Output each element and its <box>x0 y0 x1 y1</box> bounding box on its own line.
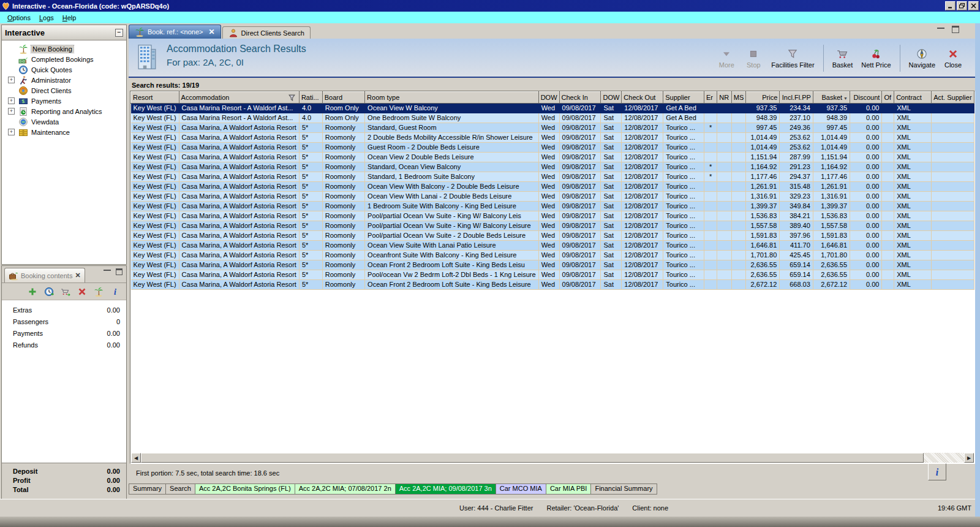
sidebar-item-maintenance[interactable]: +Maintenance <box>2 127 126 137</box>
sidebar-item-administrator[interactable]: +Administrator <box>2 75 126 85</box>
column-header-check-in[interactable]: Check In <box>559 92 601 104</box>
quick-quote-icon[interactable] <box>44 287 54 297</box>
status-bar: User: 444 - Charlie Fitter Retailer: 'Oc… <box>0 499 980 517</box>
column-header-board[interactable]: Board <box>322 92 364 104</box>
menu-item-logs[interactable]: Logs <box>36 13 59 22</box>
restore-button[interactable] <box>957 1 967 10</box>
scroll-left-icon[interactable]: ◀ <box>131 453 141 463</box>
column-header-price[interactable]: Price <box>746 92 780 104</box>
add-to-basket-icon[interactable] <box>61 287 70 297</box>
palm-tree-icon[interactable] <box>94 287 104 297</box>
horizontal-scrollbar[interactable]: ◀ ▶ <box>131 453 974 463</box>
table-row[interactable]: Key West (FL)Casa Marina, A Waldorf Asto… <box>131 123 974 133</box>
panel-minimize-icon[interactable] <box>937 26 944 29</box>
table-row[interactable]: Key West (FL)Casa Marina, A Waldorf Asto… <box>131 280 974 290</box>
sidebar-item-direct-clients[interactable]: Direct Clients <box>2 85 126 96</box>
column-header-dow[interactable]: DOW <box>538 92 559 104</box>
column-header-contract[interactable]: Contract <box>894 92 932 104</box>
sidebar-collapse-icon[interactable]: − <box>115 29 123 37</box>
sidebar-item-reporting-and-analytics[interactable]: +Reporting and Analytics <box>2 106 126 116</box>
button-label: Facilities Filter <box>771 61 814 69</box>
menu-item-options[interactable]: Options <box>4 13 36 22</box>
minimize-button[interactable] <box>945 1 956 10</box>
table-row[interactable]: Key West (FL)Casa Marina, A Waldorf Asto… <box>131 172 974 182</box>
column-header-incl-fl-pp[interactable]: Incl.Fl.PP <box>780 92 813 104</box>
bottom-tab-financial-summary[interactable]: Financial Summary <box>591 483 657 495</box>
table-row[interactable]: Key West (FL)Casa Marina, A Waldorf Asto… <box>131 221 974 231</box>
expand-icon[interactable]: + <box>8 77 15 83</box>
table-cell: 997.45 <box>813 123 850 133</box>
bottom-tab-summary[interactable]: Summary <box>129 483 166 495</box>
column-header-act-supplier[interactable]: Act. Supplier <box>932 92 974 104</box>
column-header-rati[interactable]: Rati... <box>299 92 322 104</box>
basket-button[interactable]: Basket <box>828 47 858 70</box>
column-header-basket[interactable]: Basket▼ <box>813 92 850 104</box>
panel-maximize-icon[interactable] <box>952 26 959 33</box>
table-row[interactable]: Key West (FL)Casa Marina, A Waldorf Asto… <box>131 143 974 153</box>
sidebar-item-viewdata[interactable]: Viewdata <box>2 116 126 127</box>
column-header-discount[interactable]: Discount <box>850 92 882 104</box>
column-header-dow[interactable]: DOW <box>601 92 622 104</box>
table-row[interactable]: Key West (FL)Casa Marina, A Waldorf Asto… <box>131 251 974 260</box>
table-row[interactable]: Key West (FL)Casa Marina, A Waldorf Asto… <box>131 231 974 241</box>
bottom-tab-search[interactable]: Search <box>166 483 195 495</box>
column-header-accommodation[interactable]: Accommodation <box>179 92 299 104</box>
table-cell: 12/08/2017 <box>622 123 663 133</box>
table-row[interactable]: Key West (FL)Casa Marina, A Waldorf Asto… <box>131 153 974 162</box>
navigate-button[interactable]: Navigate <box>905 47 940 70</box>
booking-contents-tab[interactable]: Booking contents ✕ <box>4 268 85 282</box>
bottom-tab-car-mia-pbi[interactable]: Car MIA PBI <box>546 483 592 495</box>
scrollbar-thumb[interactable] <box>141 453 924 463</box>
panel-maximize-icon[interactable] <box>116 268 123 275</box>
sidebar-item-quick-quotes[interactable]: Quick Quotes <box>2 64 126 75</box>
table-row[interactable]: Key West (FL)Casa Marina, A Waldorf Asto… <box>131 211 974 221</box>
table-row[interactable]: Key West (FL)Casa Marina, A Waldorf Asto… <box>131 182 974 192</box>
tab-direct-clients-search[interactable]: Direct Clients Search <box>222 26 311 39</box>
column-header-room-type[interactable]: Room type <box>365 92 539 104</box>
column-header-resort[interactable]: Resort <box>131 92 179 104</box>
bottom-tab-acc-2a-2c-mia-09-08-2017-3n[interactable]: Acc 2A,2C MIA; 09/08/2017 3n <box>396 483 496 495</box>
column-header-check-out[interactable]: Check Out <box>622 92 663 104</box>
add-icon[interactable] <box>28 287 37 297</box>
table-cell: Tourico ... <box>663 123 704 133</box>
expand-icon[interactable]: + <box>8 108 15 115</box>
sidebar-item-completed-bookings[interactable]: Completed Bookings <box>2 54 126 64</box>
info-button[interactable]: i <box>928 463 946 480</box>
table-row[interactable]: Key West (FL)Casa Marina, A Waldorf Asto… <box>131 260 974 270</box>
column-header-nr[interactable]: NR <box>717 92 731 104</box>
close-tab-icon[interactable]: ✕ <box>209 28 215 36</box>
panel-minimize-icon[interactable] <box>104 268 111 271</box>
table-cell: 12/08/2017 <box>622 231 663 241</box>
table-cell: 2,636.55 <box>813 260 850 270</box>
table-row[interactable]: Key West (FL)Casa Marina, A Waldorf Asto… <box>131 270 974 280</box>
scroll-right-icon[interactable]: ▶ <box>964 453 974 463</box>
tab-book-ref-none[interactable]: Book. ref.: <none>✕ <box>129 25 221 39</box>
bottom-tab-car-mco-mia[interactable]: Car MCO MIA <box>496 483 546 495</box>
column-header-er[interactable]: Er <box>704 92 717 104</box>
expand-icon[interactable]: + <box>8 129 15 135</box>
sidebar-item-payments[interactable]: +Payments <box>2 96 126 106</box>
delete-icon[interactable] <box>77 287 87 297</box>
close-window-button[interactable] <box>968 1 979 10</box>
table-row[interactable]: Key West (FL)Casa Marina, A Waldorf Asto… <box>131 192 974 202</box>
table-row[interactable]: Key West (FL)Casa Marina, A Waldorf Asto… <box>131 133 974 143</box>
table-row[interactable]: Key West (FL)Casa Marina, A Waldorf Asto… <box>131 202 974 211</box>
bottom-tab-acc-2a-2c-bonita-springs-fl[interactable]: Acc 2A,2C Bonita Springs (FL) <box>195 483 295 495</box>
close-panel-icon[interactable]: ✕ <box>75 271 80 279</box>
info-icon[interactable]: i <box>110 287 120 297</box>
table-row[interactable]: Key West (FL)Casa Marina, A Waldorf Asto… <box>131 162 974 172</box>
facilities-filter-button[interactable]: Facilities Filter <box>767 47 818 70</box>
column-header-of[interactable]: Of <box>882 92 894 104</box>
expand-icon[interactable]: + <box>8 97 15 104</box>
sidebar-item-new-booking[interactable]: New Booking <box>2 44 126 54</box>
table-row[interactable]: Key West (FL)Casa Marina Resort - A Wald… <box>131 113 974 123</box>
close-button[interactable]: Close <box>940 47 967 70</box>
column-header-supplier[interactable]: Supplier <box>663 92 704 104</box>
menu-item-help[interactable]: Help <box>59 13 81 22</box>
table-row[interactable]: Key West (FL)Casa Marina, A Waldorf Asto… <box>131 241 974 251</box>
bottom-tab-acc-2a-2c-mia-07-08-2017-2n[interactable]: Acc 2A,2C MIA; 07/08/2017 2n <box>295 483 396 495</box>
table-cell <box>882 133 894 143</box>
nett-price-button[interactable]: Nett Price <box>857 47 895 70</box>
column-header-ms[interactable]: MS <box>731 92 746 104</box>
table-row[interactable]: Key West (FL)Casa Marina Resort - A Wald… <box>131 104 974 113</box>
